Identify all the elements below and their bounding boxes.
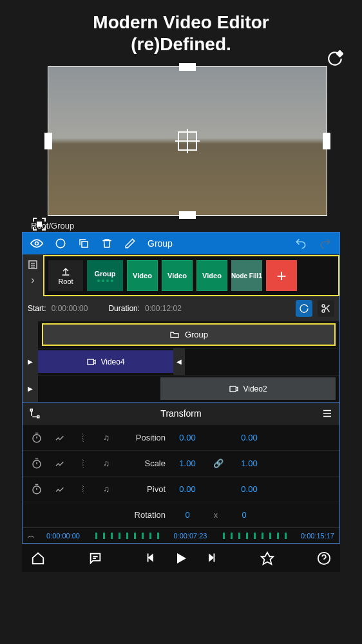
menu-icon[interactable]: [321, 408, 333, 419]
wave-icon[interactable]: ⦚: [74, 433, 92, 442]
stopwatch-icon[interactable]: [28, 432, 46, 444]
cut-button[interactable]: [318, 300, 334, 317]
chevron-up-icon[interactable]: ︿: [28, 531, 35, 540]
ruler-time: 0:00:15:17: [301, 532, 334, 540]
video-icon: [229, 384, 239, 394]
property-value-y[interactable]: 0.00: [233, 484, 266, 494]
transform-row-position: ⦚ ♫ Position 0.00 0.00: [23, 424, 339, 450]
clip-video2[interactable]: Video2: [160, 377, 336, 400]
help-icon[interactable]: [317, 551, 331, 565]
svg-rect-0: [337, 51, 343, 57]
layer-chip-video[interactable]: Video: [127, 260, 158, 291]
circle-icon[interactable]: [55, 238, 66, 249]
resize-handle-right[interactable]: [323, 133, 330, 149]
property-value-x[interactable]: 0.00: [171, 484, 204, 494]
property-value-x[interactable]: 0: [171, 510, 204, 520]
visibility-icon[interactable]: [30, 237, 43, 250]
property-value-y[interactable]: 0: [227, 510, 261, 520]
ruler-time: 0:00:00:00: [46, 532, 80, 540]
redo-icon[interactable]: [319, 237, 332, 250]
transform-title: Transform: [41, 408, 321, 419]
transform-rows: ⦚ ♫ Position 0.00 0.00 ⦚ ♫ Scale 1.00 🔗 …: [23, 424, 339, 527]
clip-label: Video4: [100, 357, 124, 366]
transform-icon[interactable]: [29, 408, 41, 419]
scissors-icon: [321, 303, 331, 314]
play-icon[interactable]: [173, 551, 189, 566]
layer-chip-node[interactable]: Node Fill1: [231, 260, 262, 291]
group-dots-icon: [97, 279, 113, 282]
music-icon[interactable]: ♫: [97, 433, 115, 442]
layer-chip-label: Video: [133, 272, 152, 279]
graph-icon[interactable]: [51, 459, 69, 469]
toolbar-group-label: Group: [148, 238, 173, 249]
svg-rect-10: [30, 409, 32, 411]
resize-handle-bottom[interactable]: [179, 211, 196, 219]
property-value-x[interactable]: 1.00: [171, 459, 204, 468]
step-back-icon[interactable]: [145, 551, 159, 565]
clip-group[interactable]: Group: [42, 323, 336, 346]
graph-icon[interactable]: [51, 433, 69, 443]
edit-icon[interactable]: [124, 238, 136, 249]
stopwatch-icon[interactable]: [28, 458, 46, 469]
transform-row-pivot: ⦚ ♫ Pivot 0.00 0.00: [23, 476, 339, 502]
rotate-icon[interactable]: [327, 50, 343, 67]
trash-icon[interactable]: [101, 238, 113, 249]
layer-chip-video[interactable]: Video: [196, 260, 227, 291]
row-handle[interactable]: ▶: [23, 375, 38, 402]
property-value-y[interactable]: 0.00: [233, 433, 266, 442]
row-handle[interactable]: ◀: [173, 348, 185, 375]
toolbar: Group: [23, 232, 339, 254]
svg-rect-9: [230, 386, 236, 392]
list-icon[interactable]: [27, 259, 39, 270]
link-icon[interactable]: 🔗: [209, 459, 227, 468]
reset-button[interactable]: [296, 300, 312, 317]
graph-icon[interactable]: [51, 484, 69, 495]
svg-rect-8: [88, 359, 93, 365]
time-ruler[interactable]: ︿ 0:00:00:00 0:00:07:23 0:00:15:17: [23, 527, 339, 543]
layer-chip-video[interactable]: Video: [162, 260, 193, 291]
clip-label: Group: [185, 330, 208, 339]
property-label: Position: [120, 433, 166, 442]
resize-handle-left[interactable]: [44, 133, 52, 149]
root-button[interactable]: Root: [48, 260, 83, 291]
svg-point-7: [322, 310, 325, 312]
transform-row-scale: ⦚ ♫ Scale 1.00 🔗 1.00: [23, 450, 339, 476]
property-label: Scale: [120, 459, 166, 468]
video-icon: [86, 357, 97, 367]
fullscreen-icon[interactable]: [32, 216, 47, 232]
ruler-markers: [223, 533, 290, 539]
time-info-bar: Start: 0:00:00:00 Duration: 0:00:12:02: [23, 296, 339, 321]
property-value-x[interactable]: 0.00: [171, 433, 204, 442]
refresh-icon: [299, 303, 309, 314]
resize-handle-top[interactable]: [179, 63, 196, 71]
duration-value[interactable]: 0:00:12:02: [145, 304, 182, 313]
undo-icon[interactable]: [294, 237, 307, 250]
home-icon[interactable]: [31, 551, 45, 565]
clip-video4[interactable]: Video4: [38, 350, 173, 373]
folder-icon: [169, 330, 180, 340]
start-value[interactable]: 0:00:00:00: [52, 304, 88, 313]
copy-icon[interactable]: [78, 238, 90, 249]
row-handle[interactable]: [23, 321, 38, 348]
wave-icon[interactable]: ⦚: [74, 484, 92, 494]
duration-label: Duration:: [108, 304, 140, 313]
root-label: Root: [58, 278, 73, 285]
preview-canvas[interactable]: [48, 66, 327, 216]
layer-chip-group[interactable]: Group: [87, 260, 123, 291]
chevron-right-icon[interactable]: ›: [31, 274, 34, 286]
comment-icon[interactable]: [88, 551, 102, 565]
step-forward-icon[interactable]: [203, 551, 217, 565]
row-handle[interactable]: ▶: [23, 348, 38, 375]
music-icon[interactable]: ♫: [97, 484, 115, 494]
svg-point-2: [35, 242, 39, 245]
music-icon[interactable]: ♫: [97, 459, 115, 468]
timeline[interactable]: Group ▶ Video4 ◀ ▶ Video2: [23, 321, 339, 402]
add-layer-button[interactable]: +: [266, 260, 297, 291]
premium-icon[interactable]: [260, 551, 274, 565]
wave-icon[interactable]: ⦚: [74, 459, 92, 468]
property-value-y[interactable]: 1.00: [233, 459, 266, 468]
property-label: Rotation: [120, 510, 166, 520]
layer-chip-label: Video: [202, 272, 222, 279]
layer-chip-label: Video: [167, 272, 187, 279]
stopwatch-icon[interactable]: [28, 484, 46, 495]
